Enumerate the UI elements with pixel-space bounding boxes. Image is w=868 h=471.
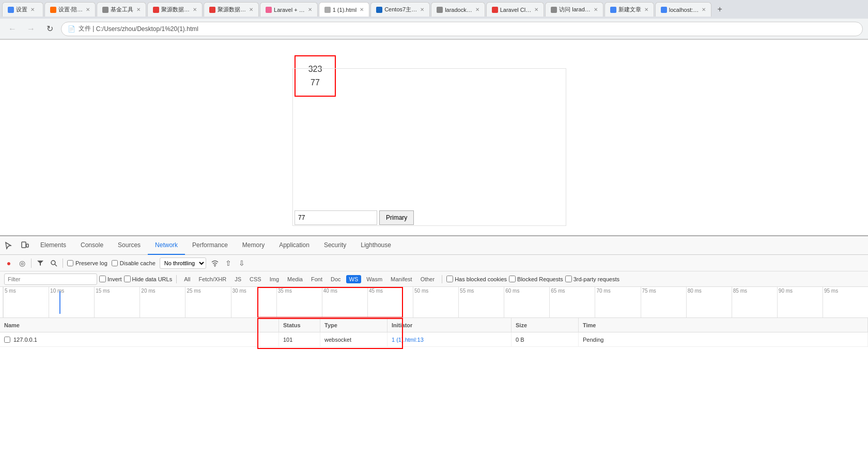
disable-cache-input[interactable] xyxy=(112,260,118,266)
download-icon[interactable]: ⇩ xyxy=(237,259,246,268)
disable-cache-checkbox[interactable]: Disable cache xyxy=(112,260,156,266)
tab-close-6[interactable]: ✕ xyxy=(308,7,312,12)
upload-icon[interactable]: ⇧ xyxy=(224,259,233,268)
tab-label-10: Laravel Cl… xyxy=(500,7,532,13)
chip-all[interactable]: All xyxy=(181,275,193,283)
forward-button[interactable]: → xyxy=(24,22,38,36)
initiator-link[interactable]: 1 (1).html:13 xyxy=(392,337,424,343)
tab-favicon-1 xyxy=(8,7,14,13)
row-checkbox[interactable] xyxy=(4,337,10,343)
tab-13[interactable]: localhost:… ✕ xyxy=(655,2,711,17)
has-blocked-checkbox[interactable]: Has blocked cookies xyxy=(446,276,507,282)
tab-close-3[interactable]: ✕ xyxy=(136,7,141,12)
chip-font[interactable]: Font xyxy=(308,275,326,283)
chip-img[interactable]: Img xyxy=(267,275,282,283)
blocked-requests-checkbox[interactable]: Blocked Requests xyxy=(509,276,563,282)
preserve-log-input[interactable] xyxy=(67,260,73,266)
blocked-requests-label: Blocked Requests xyxy=(517,276,563,282)
tab-9[interactable]: laradock… ✕ xyxy=(431,2,485,17)
tab-close-11[interactable]: ✕ xyxy=(594,7,598,12)
tab-close-7[interactable]: ✕ xyxy=(360,7,364,12)
tab-favicon-7 xyxy=(324,7,331,13)
invert-label: Invert xyxy=(107,276,122,282)
tab-3[interactable]: 基金工具 ✕ xyxy=(97,2,146,17)
hide-data-urls-checkbox[interactable]: Hide data URLs xyxy=(124,276,173,282)
col-header-status: Status xyxy=(279,318,320,332)
third-party-checkbox[interactable]: 3rd-party requests xyxy=(565,276,619,282)
chip-manifest[interactable]: Manifest xyxy=(388,275,415,283)
chip-doc[interactable]: Doc xyxy=(328,275,344,283)
clear-button[interactable]: ◎ xyxy=(18,259,27,268)
invert-checkbox[interactable]: Invert xyxy=(99,276,122,282)
wifi-icon[interactable] xyxy=(210,259,220,268)
tab-1[interactable]: 设置 ✕ xyxy=(2,2,43,17)
tab-label-13: localhost:… xyxy=(669,7,699,13)
tab-4[interactable]: 聚源数据… ✕ xyxy=(147,2,203,17)
tab-7[interactable]: 1 (1).html ✕ xyxy=(319,2,369,17)
svg-rect-0 xyxy=(22,242,26,248)
third-party-input[interactable] xyxy=(565,276,572,282)
filter-input[interactable] xyxy=(4,274,97,285)
tab-label-2: 设置·陪… xyxy=(58,6,83,13)
tab-close-10[interactable]: ✕ xyxy=(534,7,538,12)
tab-close-2[interactable]: ✕ xyxy=(86,7,90,12)
blocked-requests-input[interactable] xyxy=(509,276,516,282)
tab-sources[interactable]: Sources xyxy=(111,236,148,255)
has-blocked-input[interactable] xyxy=(446,276,453,282)
tab-memory[interactable]: Memory xyxy=(235,236,272,255)
tab-close-13[interactable]: ✕ xyxy=(702,7,706,12)
tab-close-8[interactable]: ✕ xyxy=(420,7,424,12)
filter-icon[interactable] xyxy=(36,259,45,268)
tab-close-4[interactable]: ✕ xyxy=(193,7,197,12)
tab-favicon-10 xyxy=(492,7,498,13)
tab-application[interactable]: Application xyxy=(272,236,317,255)
tab-favicon-5 xyxy=(209,7,215,13)
timeline: 5 ms 10 ms 15 ms 20 ms 25 ms 30 ms 35 ms… xyxy=(0,287,868,318)
preserve-log-checkbox[interactable]: Preserve log xyxy=(67,260,107,266)
back-button[interactable]: ← xyxy=(5,22,20,36)
devtools: Elements Console Sources Network Perform… xyxy=(0,235,868,471)
tab-5[interactable]: 聚源数据… ✕ xyxy=(204,2,259,17)
tab-close-5[interactable]: ✕ xyxy=(249,7,253,12)
tab-security[interactable]: Security xyxy=(317,236,353,255)
chip-other[interactable]: Other xyxy=(417,275,438,283)
tab-2[interactable]: 设置·陪… ✕ xyxy=(44,2,96,17)
tab-10[interactable]: Laravel Cl… ✕ xyxy=(486,2,545,17)
tab-6[interactable]: Laravel + … ✕ xyxy=(260,2,318,17)
tab-network[interactable]: Network xyxy=(148,236,185,255)
tab-11[interactable]: 访问 larad… ✕ xyxy=(545,2,603,17)
tab-elements[interactable]: Elements xyxy=(33,236,73,255)
url-bar[interactable]: 📄 文件 | C:/Users/zhou/Desktop/1%20(1).htm… xyxy=(61,22,863,36)
table-row[interactable]: 127.0.0.1 101 websocket 1 (1).html:13 0 … xyxy=(0,332,868,347)
chip-ws[interactable]: WS xyxy=(346,275,362,283)
tab-console[interactable]: Console xyxy=(73,236,111,255)
tab-favicon-4 xyxy=(153,7,159,13)
chip-wasm[interactable]: Wasm xyxy=(363,275,385,283)
tab-label-3: 基金工具 xyxy=(111,6,133,13)
device-toolbar-icon[interactable] xyxy=(17,236,33,255)
tab-close-1[interactable]: ✕ xyxy=(30,7,35,12)
row-initiator: 1 (1).html:13 xyxy=(388,332,512,346)
cursor-tool-icon[interactable] xyxy=(0,236,17,255)
new-tab-button[interactable]: + xyxy=(712,2,727,17)
chip-css[interactable]: CSS xyxy=(246,275,265,283)
search-icon[interactable] xyxy=(49,259,58,268)
tab-label-11: 访问 larad… xyxy=(559,6,591,13)
chip-js[interactable]: JS xyxy=(231,275,244,283)
invert-input[interactable] xyxy=(99,276,106,282)
throttle-select[interactable]: No throttling xyxy=(160,257,206,269)
tab-performance[interactable]: Performance xyxy=(185,236,235,255)
tab-close-9[interactable]: ✕ xyxy=(475,7,479,12)
chip-fetch[interactable]: Fetch/XHR xyxy=(195,275,229,283)
filter-sep-2 xyxy=(442,275,442,283)
tab-8[interactable]: Centos7主… ✕ xyxy=(370,2,430,17)
hide-data-urls-input[interactable] xyxy=(124,276,131,282)
tab-favicon-6 xyxy=(266,7,272,13)
record-button[interactable]: ● xyxy=(4,259,13,268)
tab-12[interactable]: 新建文章 ✕ xyxy=(605,2,654,17)
refresh-button[interactable]: ↻ xyxy=(42,22,57,36)
tab-close-12[interactable]: ✕ xyxy=(644,7,648,12)
table-header: Name Status Type Initiator Size Time xyxy=(0,318,868,332)
chip-media[interactable]: Media xyxy=(284,275,306,283)
tab-lighthouse[interactable]: Lighthouse xyxy=(353,236,398,255)
